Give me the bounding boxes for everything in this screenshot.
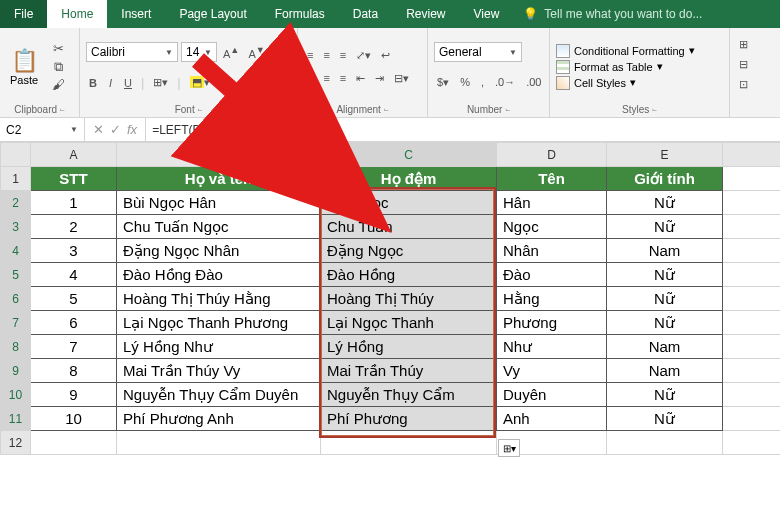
conditional-formatting-button[interactable]: Conditional Formatting ▾ — [556, 44, 695, 58]
cell-A8[interactable]: 7 — [31, 335, 117, 359]
cell-A10[interactable]: 9 — [31, 383, 117, 407]
cell-E8[interactable]: Nam — [607, 335, 723, 359]
underline-button[interactable]: U — [121, 75, 135, 91]
cell-C5[interactable]: Đào Hồng — [321, 263, 497, 287]
fill-color-button[interactable]: ⬒▾ — [187, 74, 213, 91]
cell-B8[interactable]: Lý Hồng Như — [117, 335, 321, 359]
row-header-12[interactable]: 12 — [1, 431, 31, 455]
cell-E6[interactable]: Nữ — [607, 287, 723, 311]
cell-D2[interactable]: Hân — [497, 191, 607, 215]
cell-C9[interactable]: Mai Trần Thúy — [321, 359, 497, 383]
cell[interactable] — [321, 431, 497, 455]
row-header-9[interactable]: 9 — [1, 359, 31, 383]
row-header-1[interactable]: 1 — [1, 167, 31, 191]
cell-A5[interactable]: 4 — [31, 263, 117, 287]
bold-button[interactable]: B — [86, 75, 100, 91]
autofill-options-button[interactable]: ⊞▾ — [498, 439, 520, 457]
cell-B4[interactable]: Đặng Ngọc Nhân — [117, 239, 321, 263]
col-header-C[interactable]: C — [321, 143, 497, 167]
cell-E10[interactable]: Nữ — [607, 383, 723, 407]
cell-C10[interactable]: Nguyễn Thụy Cẩm — [321, 383, 497, 407]
row-header-7[interactable]: 7 — [1, 311, 31, 335]
formula-input[interactable]: =LEFT(B2,LEN(B2)-LEN(D2)) — [146, 118, 780, 141]
row-header-3[interactable]: 3 — [1, 215, 31, 239]
row-header-6[interactable]: 6 — [1, 287, 31, 311]
cell-E1[interactable]: Giới tính — [607, 167, 723, 191]
tab-review[interactable]: Review — [392, 0, 459, 28]
tab-file[interactable]: File — [0, 0, 47, 28]
cell-E11[interactable]: Nữ — [607, 407, 723, 431]
cell-F8[interactable] — [723, 335, 781, 359]
cell-A6[interactable]: 5 — [31, 287, 117, 311]
cell-F5[interactable] — [723, 263, 781, 287]
cell-B6[interactable]: Hoàng Thị Thúy Hằng — [117, 287, 321, 311]
cell-B7[interactable]: Lại Ngọc Thanh Phương — [117, 311, 321, 335]
tab-data[interactable]: Data — [339, 0, 392, 28]
increase-decimal-icon[interactable]: .0→ — [492, 74, 518, 91]
cell-styles-button[interactable]: Cell Styles ▾ — [556, 76, 695, 90]
cell-D6[interactable]: Hằng — [497, 287, 607, 311]
font-size-select[interactable]: 14 ▼ — [181, 42, 217, 62]
borders-button[interactable]: ⊞▾ — [150, 74, 171, 91]
cell-C1[interactable]: Họ đệm — [321, 167, 497, 191]
tab-view[interactable]: View — [460, 0, 514, 28]
percent-format-icon[interactable]: % — [457, 74, 473, 91]
decrease-font-icon[interactable]: A▼ — [245, 43, 267, 62]
format-as-table-button[interactable]: Format as Table ▾ — [556, 60, 695, 74]
cell-C7[interactable]: Lại Ngọc Thanh — [321, 311, 497, 335]
cell-D3[interactable]: Ngọc — [497, 215, 607, 239]
increase-font-icon[interactable]: A▲ — [220, 43, 242, 62]
tab-home[interactable]: Home — [47, 0, 107, 28]
cell-E9[interactable]: Nam — [607, 359, 723, 383]
tab-pagelayout[interactable]: Page Layout — [165, 0, 260, 28]
cell-C4[interactable]: Đặng Ngọc — [321, 239, 497, 263]
row-header-4[interactable]: 4 — [1, 239, 31, 263]
cell-F7[interactable] — [723, 311, 781, 335]
cut-icon[interactable]: ✂ — [50, 41, 66, 57]
merge-center-icon[interactable]: ⊟▾ — [391, 70, 412, 87]
align-right-icon[interactable]: ≡ — [337, 70, 349, 87]
cell-E4[interactable]: Nam — [607, 239, 723, 263]
cell-A1[interactable]: STT — [31, 167, 117, 191]
col-header-D[interactable]: D — [497, 143, 607, 167]
cell-E3[interactable]: Nữ — [607, 215, 723, 239]
number-format-select[interactable]: General ▼ — [434, 42, 522, 62]
cell-F9[interactable] — [723, 359, 781, 383]
cell-C11[interactable]: Phí Phương — [321, 407, 497, 431]
col-header-F[interactable] — [723, 143, 781, 167]
enter-formula-icon[interactable]: ✓ — [110, 122, 121, 137]
cell-D7[interactable]: Phương — [497, 311, 607, 335]
cell-B3[interactable]: Chu Tuấn Ngọc — [117, 215, 321, 239]
align-bottom-icon[interactable]: ≡ — [337, 47, 349, 64]
cell-A9[interactable]: 8 — [31, 359, 117, 383]
name-box[interactable]: C2 ▼ — [0, 118, 85, 141]
tab-insert[interactable]: Insert — [107, 0, 165, 28]
wrap-text-icon[interactable]: ↩ — [378, 47, 393, 64]
cell-D5[interactable]: Đào — [497, 263, 607, 287]
cell-F11[interactable] — [723, 407, 781, 431]
cell-D9[interactable]: Vy — [497, 359, 607, 383]
cell-E5[interactable]: Nữ — [607, 263, 723, 287]
indent-inc-icon[interactable]: ⇥ — [372, 70, 387, 87]
row-header-8[interactable]: 8 — [1, 335, 31, 359]
cell-F1[interactable] — [723, 167, 781, 191]
cell-B1[interactable]: Họ và tên — [117, 167, 321, 191]
fx-icon[interactable]: fx — [127, 122, 137, 137]
cell-A3[interactable]: 2 — [31, 215, 117, 239]
orientation-icon[interactable]: ⤢▾ — [353, 47, 374, 64]
row-header-11[interactable]: 11 — [1, 407, 31, 431]
italic-button[interactable]: I — [106, 75, 115, 91]
cell[interactable] — [117, 431, 321, 455]
cell-C8[interactable]: Lý Hồng — [321, 335, 497, 359]
cell-D4[interactable]: Nhân — [497, 239, 607, 263]
cell-F6[interactable] — [723, 287, 781, 311]
col-header-A[interactable]: A — [31, 143, 117, 167]
align-center-icon[interactable]: ≡ — [320, 70, 332, 87]
cell-B9[interactable]: Mai Trần Thúy Vy — [117, 359, 321, 383]
format-cells-icon[interactable]: ⊡ — [736, 76, 751, 93]
tab-formulas[interactable]: Formulas — [261, 0, 339, 28]
row-header-5[interactable]: 5 — [1, 263, 31, 287]
spreadsheet-grid[interactable]: A B C D E 1 STT Họ và tên Họ đệm Tên Giớ… — [0, 142, 780, 455]
cell-D8[interactable]: Như — [497, 335, 607, 359]
cell[interactable] — [31, 431, 117, 455]
